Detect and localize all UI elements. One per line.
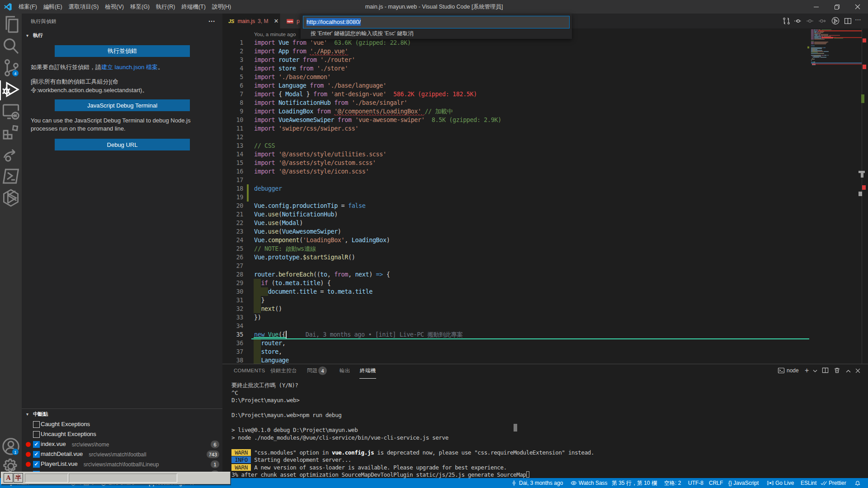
split-editor-icon[interactable] [844, 17, 852, 25]
status-notifications-bell[interactable] [854, 478, 861, 488]
status-watch-sass[interactable]: Watch Sass [571, 478, 608, 488]
menu-h[interactable]: 說明(H) [209, 0, 234, 14]
panel-tab-cjk[interactable]: 偵錯主控台 [270, 364, 297, 377]
menu-v[interactable]: 檢視(V) [102, 0, 127, 14]
breakpoint-row[interactable]: ✓index.vuesrc\views\home6 [22, 440, 222, 450]
ime-mode-button[interactable]: A [4, 473, 13, 483]
code-editor[interactable]: You, a minute ago 1234567891011121314151… [222, 28, 868, 364]
panel-tab-cjk[interactable]: 終端機 [360, 364, 376, 377]
code-token: beforeEach [278, 271, 313, 278]
explorer-icon[interactable] [0, 14, 22, 34]
status-encoding[interactable]: UTF-8 [688, 478, 703, 488]
gitlens-graph-icon[interactable] [831, 17, 840, 25]
status-eol[interactable]: CRLF [709, 478, 723, 488]
status-cursor-position[interactable]: 第 35 行，第 10 欄 [612, 478, 657, 488]
launch-json-link[interactable]: 建立 launch.json 檔案 [101, 64, 158, 70]
breakpoint-checkbox[interactable]: ✓ [33, 451, 40, 458]
git-added-gutter-bar [247, 193, 249, 202]
gitlens-codelens[interactable]: You, a minute ago [254, 32, 296, 37]
split-terminal-icon[interactable] [822, 367, 829, 374]
status-indentation[interactable]: 空格: 2 [664, 478, 681, 488]
chevron-down-icon[interactable]: ▾ [26, 412, 28, 417]
run-debug-icon[interactable] [0, 80, 22, 99]
status-gitlens-blame[interactable]: Dai, 3 months ago [511, 478, 563, 488]
breakpoint-path: src\views\home [72, 441, 109, 448]
debug-url-input[interactable]: http://localhost:8080/ [303, 16, 570, 28]
status-eslint[interactable]: ESLint [801, 478, 816, 488]
more-actions-icon[interactable]: ⋯ [208, 17, 216, 25]
previous-change-icon[interactable] [794, 17, 802, 25]
run-and-debug-button[interactable]: 執行並偵錯 [55, 45, 190, 57]
breakpoint-row[interactable]: ✓PlayerList.vuesrc\views\match\football\… [22, 460, 222, 469]
terminal-text: > live@0.1.0 debug D:\Project\mayun.web [231, 427, 358, 433]
more-editor-actions-icon[interactable]: ⋯ [855, 16, 862, 23]
ime-width-button[interactable]: 半 [14, 473, 23, 483]
menu-t[interactable]: 終端機(T) [178, 0, 208, 14]
menu-e[interactable]: 編輯(E) [40, 0, 66, 14]
menu-r[interactable]: 執行(R) [153, 0, 178, 14]
status-label: UTF-8 [688, 478, 703, 488]
panel-tab-comments[interactable]: COMMENTS [234, 364, 265, 377]
line-number: 38 [225, 356, 243, 364]
panel-tab-cjk[interactable]: 問題 [307, 364, 318, 377]
code-line: import Vue from 'vue' 63.6K (gzipped: 22… [254, 38, 411, 47]
breakpoint-path: src\views\match\football [89, 451, 146, 458]
source-control-icon[interactable]: 4 [0, 58, 22, 78]
close-panel-icon[interactable] [855, 368, 861, 374]
close-tab-icon[interactable]: ✕ [274, 18, 278, 24]
breakpoint-row[interactable]: Uncaught Exceptions [22, 430, 222, 440]
next-change-icon[interactable] [818, 17, 826, 25]
breakpoint-row[interactable]: Caught Exceptions [22, 420, 222, 430]
panel-tab-cjk[interactable]: 輸出 [340, 364, 350, 377]
breakpoint-checkbox[interactable] [33, 431, 40, 438]
search-icon[interactable] [0, 36, 22, 56]
kill-terminal-icon[interactable] [834, 367, 840, 374]
minimap[interactable] [811, 29, 868, 72]
breakpoint-row[interactable]: ✓matchDetail.vuesrc\views\match\football… [22, 450, 222, 460]
minimize-button[interactable] [806, 0, 826, 14]
code-token: Vue [278, 39, 292, 46]
close-window-button[interactable] [847, 0, 868, 14]
accounts-icon[interactable]: 1 [0, 436, 22, 456]
debug-url-button[interactable]: Debug URL [55, 139, 190, 150]
status-language-mode[interactable]: {} JavaScript [728, 478, 759, 488]
chevron-down-icon[interactable]: ▾ [26, 33, 28, 38]
code-token: '@/assets/style/custom.scss' [278, 160, 376, 166]
status-go-live[interactable]: Go Live [767, 478, 794, 488]
section-separator [22, 408, 222, 409]
menu-f[interactable]: 檔案(F) [15, 0, 40, 14]
quick-input-widget: http://localhost:8080/ 按 'Enter' 鍵確認您的輸入… [301, 14, 572, 39]
current-change-icon[interactable] [806, 17, 814, 25]
package-icon[interactable] [0, 188, 22, 208]
terminal-dropdown-icon[interactable] [812, 368, 818, 374]
tab-main-js[interactable]: JS main.js 3, M ✕ [222, 14, 280, 28]
restore-button[interactable] [826, 0, 847, 14]
overview-ruler-mark [862, 185, 866, 190]
text-cursor [286, 331, 287, 338]
powershell-icon[interactable] [0, 166, 22, 186]
remote-explorer-icon[interactable] [0, 101, 22, 121]
code-token: './router' [320, 56, 355, 63]
breakpoint-checkbox[interactable]: ✓ [33, 441, 40, 448]
breakpoint-checkbox[interactable] [33, 421, 40, 428]
terminal-selector[interactable]: node [787, 365, 799, 376]
code-token: ( [299, 237, 303, 244]
gitlens-compare-icon[interactable] [783, 17, 790, 25]
extensions-icon[interactable] [0, 123, 22, 143]
code-token: router [261, 340, 282, 347]
breakpoint-label: PlayerList.vuesrc\views\match\football\L… [41, 460, 159, 467]
code-token: store [261, 348, 278, 355]
maximize-panel-icon[interactable] [845, 368, 851, 374]
breakpoint-dot-icon [26, 442, 31, 447]
live-share-icon[interactable] [0, 145, 22, 164]
js-debug-terminal-button[interactable]: JavaScript Debug Terminal [55, 99, 190, 111]
breakpoint-label: matchDetail.vuesrc\views\match\football [41, 450, 146, 457]
new-terminal-icon[interactable]: + [805, 365, 809, 376]
status-prettier[interactable]: Prettier [821, 478, 846, 488]
menu-g[interactable]: 移至(G) [127, 0, 153, 14]
code-token: 63.6K (gzipped: 22.8K) [327, 39, 411, 46]
code-token: ) [369, 271, 376, 278]
terminal-line: INFO Starting development server... [231, 456, 351, 464]
menu-s[interactable]: 選取項目(S) [66, 0, 102, 14]
breakpoint-checkbox[interactable]: ✓ [33, 461, 40, 468]
